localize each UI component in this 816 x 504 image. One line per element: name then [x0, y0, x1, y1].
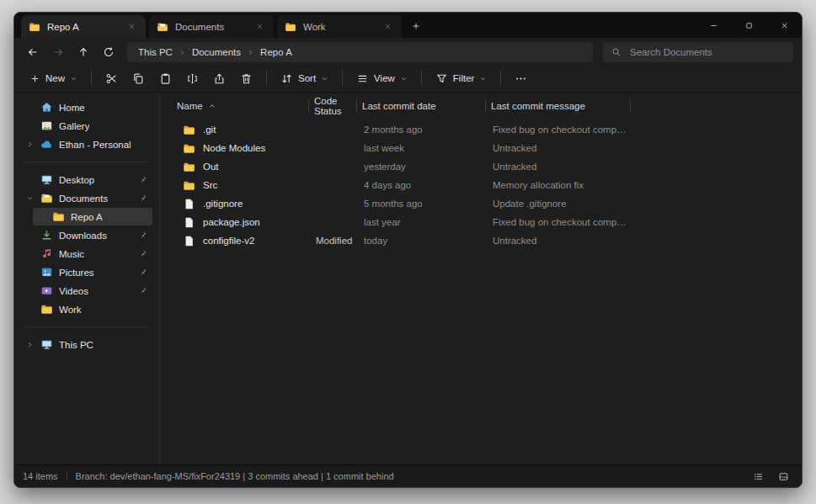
thumbnails-view-button[interactable] [773, 468, 793, 485]
sidebar-item-work[interactable]: Work [21, 300, 152, 318]
sidebar-item-pictures[interactable]: Pictures [21, 263, 152, 281]
file-row-out[interactable]: Out yesterday Untracked [160, 157, 802, 176]
sidebar-item-repo-a[interactable]: Repo A [33, 208, 152, 225]
file-list-pane: Name Code Status Last commit date Last c… [160, 93, 802, 464]
videos-icon [40, 284, 53, 297]
up-button[interactable] [72, 42, 95, 62]
file-name: package.json [203, 217, 260, 227]
close-button[interactable] [766, 13, 802, 38]
details-view-button[interactable] [748, 468, 768, 485]
share-button[interactable] [206, 66, 232, 90]
back-button[interactable] [21, 42, 45, 62]
file-row-git[interactable]: .git 2 months ago Fixed bug on checkout … [160, 120, 802, 139]
sidebar-item-home[interactable]: Home [21, 98, 152, 116]
breadcrumb-documents[interactable]: Documents [186, 47, 247, 57]
file-icon [183, 216, 195, 229]
file-name: configfile-v2 [203, 236, 254, 246]
pin-icon [138, 286, 147, 295]
tab-work[interactable]: Work [277, 15, 402, 38]
tab-label: Work [303, 22, 374, 32]
breadcrumb[interactable]: This PC Documents Repo A [127, 42, 593, 62]
tab-close-button[interactable] [125, 20, 138, 34]
copy-icon [132, 72, 145, 85]
filter-button[interactable]: Filter [429, 66, 494, 90]
navigation-bar: This PC Documents Repo A [14, 38, 802, 65]
pin-icon [138, 249, 147, 258]
home-icon [40, 101, 53, 114]
file-icon [183, 235, 195, 247]
chevron-right-icon [179, 49, 186, 56]
navigation-pane: Home Gallery Ethan - Personal Desktop [14, 93, 160, 464]
new-button[interactable]: New [23, 66, 84, 90]
sidebar-item-videos[interactable]: Videos [21, 282, 152, 300]
file-row-package-json[interactable]: package.json last year Fixed bug on chec… [160, 213, 802, 231]
chevron-down-icon[interactable] [24, 194, 35, 202]
file-row-node-modules[interactable]: Node Modules last week Untracked [160, 139, 802, 157]
search-box[interactable] [603, 42, 793, 62]
refresh-button[interactable] [97, 42, 120, 62]
chevron-down-icon [400, 75, 408, 82]
tab-documents[interactable]: Documents [149, 15, 274, 38]
paste-button[interactable] [152, 66, 179, 90]
view-button[interactable]: View [349, 66, 414, 90]
close-icon [384, 23, 392, 30]
sidebar-item-gallery[interactable]: Gallery [21, 117, 152, 135]
breadcrumb-this-pc[interactable]: This PC [132, 47, 179, 57]
tab-label: Documents [175, 22, 246, 32]
column-header-name[interactable]: Name [160, 96, 309, 116]
new-tab-button[interactable] [405, 15, 427, 37]
documents-icon [157, 21, 168, 33]
chevron-down-icon [70, 75, 77, 82]
refresh-icon [103, 46, 115, 58]
last-commit-date: last year [357, 217, 486, 227]
copy-button[interactable] [125, 66, 152, 90]
tab-repo-a[interactable]: Repo A [21, 15, 146, 38]
toolbar-separator [342, 71, 343, 86]
search-input[interactable] [628, 46, 785, 58]
delete-button[interactable] [233, 66, 259, 90]
sidebar-item-this-pc[interactable]: This PC [21, 336, 152, 353]
sidebar-item-label: Desktop [59, 175, 94, 185]
file-row-src[interactable]: Src 4 days ago Memory allocation fix [160, 176, 802, 194]
onedrive-cloud-icon [40, 138, 53, 151]
cut-icon [105, 72, 118, 85]
sidebar-item-downloads[interactable]: Downloads [21, 226, 152, 244]
sort-icon [280, 72, 293, 85]
this-pc-icon [40, 338, 53, 351]
tab-close-button[interactable] [381, 20, 394, 34]
column-header-code-status[interactable]: Code Status [309, 96, 357, 116]
more-options-button[interactable] [508, 66, 534, 90]
documents-icon [40, 192, 53, 204]
more-icon [515, 72, 527, 85]
folder-icon [183, 124, 195, 136]
minimize-button[interactable] [696, 13, 731, 38]
sort-button-label: Sort [298, 73, 316, 83]
sidebar-item-documents[interactable]: Documents [21, 189, 152, 207]
cut-button[interactable] [99, 66, 125, 90]
chevron-right-icon[interactable] [24, 141, 35, 148]
tab-close-button[interactable] [253, 20, 266, 34]
column-header-last-commit-date[interactable]: Last commit date [357, 96, 486, 116]
maximize-button[interactable] [731, 13, 766, 38]
file-row-gitignore[interactable]: .gitignore 5 months ago Update .gitignor… [160, 194, 802, 213]
sidebar-item-music[interactable]: Music [21, 245, 152, 263]
column-header-last-commit-message[interactable]: Last commit message [486, 96, 631, 116]
sort-button[interactable]: Sort [274, 66, 335, 90]
folder-icon [183, 179, 195, 192]
forward-button[interactable] [46, 42, 70, 62]
rename-button[interactable] [179, 66, 205, 90]
column-header-code-status-label: Code Status [314, 96, 357, 116]
file-row-configfile-v2[interactable]: configfile-v2 Modified today Untracked [160, 231, 802, 250]
share-icon [213, 72, 226, 85]
breadcrumb-repo-a[interactable]: Repo A [254, 47, 298, 57]
gallery-icon [40, 119, 53, 132]
sidebar-item-label: Repo A [71, 212, 103, 222]
sidebar-item-label: Pictures [59, 268, 94, 278]
status-bar: 14 items Branch: dev/ethan-fang-MS/fixFo… [14, 464, 802, 487]
sidebar-item-desktop[interactable]: Desktop [21, 171, 152, 188]
sidebar-item-onedrive[interactable]: Ethan - Personal [21, 135, 152, 153]
last-commit-date: 4 days ago [357, 180, 486, 190]
file-name: .git [203, 125, 216, 135]
chevron-right-icon[interactable] [24, 341, 35, 348]
filter-button-label: Filter [453, 73, 475, 83]
